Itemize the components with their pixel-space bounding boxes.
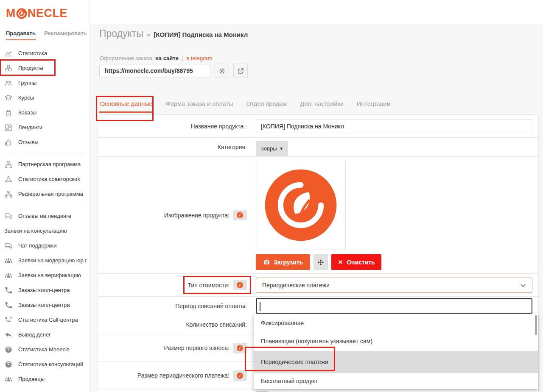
order-site-link[interactable]: на сайте: [155, 55, 179, 61]
coauthor-stats-icon: [4, 175, 13, 183]
orders-icon: [4, 108, 13, 117]
info-badge[interactable]: i: [233, 343, 247, 353]
info-badge[interactable]: i: [233, 280, 247, 290]
sidebar-item[interactable]: Отзывы: [0, 135, 89, 150]
sidebar-item[interactable]: Реферальная программа: [0, 186, 89, 201]
sidebar-item-label: Группы: [18, 80, 36, 86]
breadcrumb: Продукты » [КОПИЯ] Подписка на Моникл: [99, 28, 248, 39]
content-tab[interactable]: Форма заказа и оплаты: [165, 99, 234, 112]
sidebar-item-label: Заявки на консультацию: [4, 228, 67, 234]
sidebar-divider: [3, 153, 84, 153]
content-tab[interactable]: Интеграции: [356, 99, 391, 112]
courses-icon: [4, 94, 13, 102]
sidebar-item[interactable]: Заявки на верификацию: [0, 268, 89, 283]
dropdown-option-label: Бесплатный продукт: [261, 378, 318, 384]
sidebar-item[interactable]: Заказы колл-центра: [0, 297, 89, 312]
users-icon: [4, 271, 13, 280]
sidebar-item[interactable]: Статистика: [0, 46, 89, 61]
sidebar-item[interactable]: Заказы: [0, 105, 89, 120]
sidebar-mode-tabs: Продавать Рекламировать: [0, 30, 89, 40]
row-product-name: Название продукта :: [98, 115, 538, 138]
sidebar-divider: [3, 205, 84, 205]
sidebar-item-label: Отзывы на лендинге: [18, 213, 71, 219]
chat-icon: [4, 212, 13, 220]
breadcrumb-root-link[interactable]: Продукты: [99, 28, 143, 39]
info-icon: i: [237, 212, 243, 218]
dropdown-option[interactable]: Фиксированная: [254, 314, 538, 331]
sidebar-item[interactable]: Статистика Monecle: [0, 342, 89, 357]
dropdown-option[interactable]: Периодические платежи: [254, 351, 538, 373]
sidebar-item[interactable]: Продавцы: [0, 372, 89, 386]
sidebar-item-label: Лендинги: [18, 124, 42, 131]
clear-image-button[interactable]: Очистить: [331, 254, 381, 270]
gear-icon: [218, 67, 226, 75]
product-name-input[interactable]: [256, 119, 532, 133]
sidebar-item[interactable]: Заявки на консультацию: [0, 223, 89, 238]
sidebar: M NECLE Продавать Рекламировать Статисти…: [0, 0, 90, 392]
dropdown-option[interactable]: Плавающая (покупатель указывает сам): [254, 331, 538, 351]
products-icon: [4, 64, 13, 72]
chat-icon: [4, 242, 13, 250]
content-tab-label: Основные данные: [100, 100, 153, 107]
sidebar-item[interactable]: Чат поддержки: [0, 238, 89, 253]
sidebar-item[interactable]: Заявки на модерацию юр.п: [0, 253, 89, 268]
content-tab[interactable]: Доп. настройки: [299, 99, 344, 112]
upload-image-button[interactable]: Загрузить: [256, 254, 310, 270]
gauge-icon: [4, 345, 13, 354]
row-partial: [98, 389, 538, 392]
buy-url-row: [99, 64, 248, 78]
logo-text-rest: NECLE: [28, 7, 67, 20]
sidebar-item-label: Вывод денег: [18, 331, 51, 338]
dropdown-option[interactable]: Бесплатный продукт: [254, 373, 538, 389]
monecle-logo[interactable]: M NECLE: [0, 0, 89, 20]
url-settings-button[interactable]: [215, 64, 229, 78]
sidebar-item[interactable]: Партнерская программа: [0, 157, 89, 172]
order-telegram-link[interactable]: в telegram: [187, 55, 213, 61]
cross-icon: [338, 259, 343, 265]
info-badge[interactable]: i: [233, 370, 247, 381]
content-tab[interactable]: Отдел продаж: [245, 99, 288, 112]
reposition-image-button[interactable]: [313, 254, 328, 270]
content-tab-label: Интеграции: [357, 100, 390, 107]
sidebar-item[interactable]: Статистика соавторских: [0, 172, 89, 186]
category-select-chip[interactable]: ковры ▾: [256, 141, 288, 156]
billing-period-label: Период списаний оплаты:: [98, 297, 253, 315]
sidebar-item[interactable]: Группы: [0, 75, 89, 90]
product-image-preview: [256, 160, 346, 250]
open-url-button[interactable]: [233, 64, 248, 78]
chart-icon: [4, 49, 13, 58]
sidebar-item-label: Курсы: [18, 95, 34, 101]
call-icon: [4, 316, 13, 324]
sidebar-item[interactable]: Курсы: [0, 90, 89, 105]
main-content: Продукты » [КОПИЯ] Подписка на Моникл Оф…: [90, 0, 543, 392]
info-icon: i: [237, 373, 243, 379]
breadcrumb-current: [КОПИЯ] Подписка на Моникл: [154, 31, 248, 38]
tab-sell[interactable]: Продавать: [6, 30, 36, 40]
buy-url-input[interactable]: [99, 64, 210, 78]
referral-program-icon: [4, 190, 13, 198]
sidebar-item[interactable]: Заказы колл-центра: [0, 283, 89, 297]
withdraw-icon: [4, 331, 13, 339]
sidebar-item[interactable]: Статистика консультаций: [0, 357, 89, 372]
chevron-down-icon: [521, 282, 525, 287]
move-icon: [317, 259, 324, 266]
info-icon: i: [237, 282, 243, 288]
info-badge[interactable]: i: [233, 210, 247, 220]
content-tab[interactable]: Основные данные: [99, 99, 154, 112]
price-type-select[interactable]: Периодические платежи: [256, 278, 532, 293]
gauge-icon: [4, 360, 13, 369]
sidebar-item[interactable]: Статистика Call-центра: [0, 312, 89, 327]
sidebar-item[interactable]: Отзывы на лендинге: [0, 209, 89, 223]
sidebar-item-label: Заявки на модерацию юр.п: [18, 257, 87, 264]
external-link-icon: [237, 67, 244, 75]
billing-period-input[interactable]: [256, 298, 532, 314]
product-name-label: Название продукта :: [98, 115, 253, 137]
sidebar-item[interactable]: Продукты: [0, 61, 89, 75]
first-payment-label: Размер первого взноса:: [164, 345, 230, 351]
sidebar-item[interactable]: Лендинги: [0, 120, 89, 135]
tab-advertise[interactable]: Рекламировать: [44, 30, 87, 40]
groups-icon: [4, 79, 13, 87]
phone-icon: [4, 301, 13, 309]
sidebar-item[interactable]: Вывод денег: [0, 327, 89, 342]
text-cursor: [260, 302, 260, 311]
